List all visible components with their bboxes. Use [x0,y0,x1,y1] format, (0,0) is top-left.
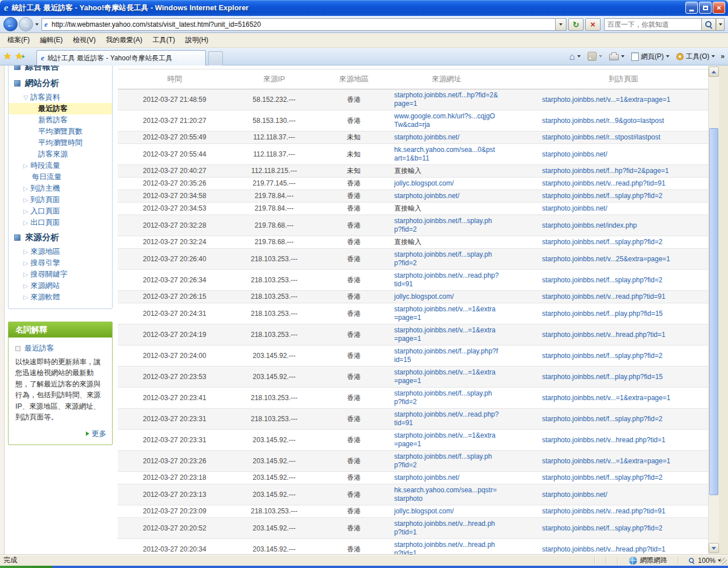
cell-source-url[interactable]: starphoto.joinbbs.net/ [391,131,539,143]
cell-source-url[interactable]: starphoto.joinbbs.net/f...splay.php?fid=… [391,451,539,471]
cell-visited-page[interactable]: starphoto.joinbbs.net/v...read.php?tid=9… [539,505,709,517]
recent-pages-dropdown[interactable] [35,23,39,26]
sidebar-item-來源地區[interactable]: ▷ 來源地區 [9,246,112,257]
scroll-up-button[interactable] [709,67,719,77]
cell-visited-page[interactable]: starphoto.joinbbs.net/f...play.php?fid=1… [539,308,709,320]
scrollbar-thumb[interactable] [709,128,718,495]
address-bar[interactable]: e [42,18,556,31]
cell-visited-page[interactable]: starphoto.joinbbs.net/v...=1&extra=page=… [539,392,709,404]
sidebar-item-搜尋關鍵字[interactable]: ▷ 搜尋關鍵字 [9,269,112,280]
cell-visited-page[interactable]: starphoto.joinbbs.net/v...hread.php?tid=… [539,544,709,555]
cell-visited-page[interactable]: starphoto.joinbbs.net/v...hread.php?tid=… [539,434,709,446]
search-input[interactable] [604,18,701,31]
cell-source-url[interactable]: starphoto.joinbbs.net/v...=1&extra=page=… [391,324,539,345]
cell-source-url[interactable]: starphoto.joinbbs.net/v...=1&extra=page=… [391,367,539,387]
cell-source-url[interactable]: starphoto.joinbbs.net/f...play.php?fid=1… [391,345,539,366]
sidebar-item-訪客來源[interactable]: 訪客來源 [9,149,112,160]
add-favorite-button[interactable]: ★ [15,51,23,62]
cell-visited-page[interactable]: starphoto.joinbbs.net/f...splay.php?fid=… [539,190,709,202]
cell-visited-page[interactable]: starphoto.joinbbs.net/f...play.php?fid=1… [539,371,709,383]
sidebar-item-來源軟體[interactable]: ▷ 來源軟體 [9,291,112,303]
sidebar-item-新舊訪客[interactable]: 新舊訪客 [9,114,112,126]
cell-visited-page[interactable]: starphoto.joinbbs.net/v...read.php?tid=9… [539,178,709,190]
toolbar-overflow-button[interactable]: » [719,52,726,60]
cell-source-url[interactable]: starphoto.joinbbs.net/v...=1&extra=page=… [391,430,539,450]
address-dropdown-button[interactable] [556,18,566,31]
maximize-button[interactable] [699,2,712,14]
close-button[interactable]: × [713,2,725,14]
cell-source-url[interactable]: starphoto.joinbbs.net/ [391,472,539,484]
url-input[interactable] [51,20,553,29]
sidebar-item-平均瀏覽頁數[interactable]: 平均瀏覽頁數 [9,126,112,137]
menu-favorites[interactable]: 我的最愛(A) [101,34,147,47]
resize-grip[interactable] [720,558,727,565]
cell-source-url[interactable]: starphoto.joinbbs.net/f...hp?fid=2&page=… [391,89,539,110]
cell-visited-page[interactable]: starphoto.joinbbs.net/v...=1&extra=page=… [539,94,709,106]
sidebar-item-來源分析[interactable]: 來源分析 [9,230,112,245]
sidebar-item-每日流量[interactable]: 每日流量 [9,171,112,183]
menu-help[interactable]: 說明(H) [180,34,214,47]
cell-visited-page[interactable]: starphoto.joinbbs.net/r...9&goto=lastpos… [539,115,709,127]
sidebar-item-出口頁面[interactable]: ▷ 出口頁面 [9,217,112,228]
cell-source-url[interactable]: www.google.com.hk/url?s...cqjgOTw&cad=rj… [391,110,539,131]
cell-visited-page[interactable]: starphoto.joinbbs.net/f...splay.php?fid=… [539,413,709,425]
sidebar-item-網站分析[interactable]: 網站分析 [9,76,112,90]
menu-tools[interactable]: 工具(T) [147,34,180,47]
feeds-button[interactable] [585,51,605,62]
sidebar-item-平均瀏覽時間[interactable]: 平均瀏覽時間 [9,137,112,149]
back-button[interactable]: ← [3,17,18,31]
sidebar-item-時段流量[interactable]: ▷ 時段流量 [9,160,112,171]
cell-visited-page[interactable]: starphoto.joinbbs.net/ [539,149,709,160]
new-tab-button[interactable] [208,51,223,65]
cell-visited-page[interactable]: starphoto.joinbbs.net/index.php [539,220,709,232]
cell-visited-page[interactable]: starphoto.joinbbs.net/v...=1&extra=page=… [539,455,709,467]
cell-source-url[interactable]: starphoto.joinbbs.net/v...read.php?tid=9… [391,409,539,429]
stop-button[interactable]: × [585,18,601,31]
cell-source-url[interactable]: jollyc.blogspot.com/ [391,291,539,303]
sidebar-item-來源網站[interactable]: ▷ 來源網站 [9,280,112,291]
cell-visited-page[interactable]: starphoto.joinbbs.net/f...splay.php?fid=… [539,472,709,484]
menu-edit[interactable]: 編輯(E) [35,34,68,47]
sidebar-item-入口頁面[interactable]: ▷ 入口頁面 [9,205,112,217]
menu-view[interactable]: 檢視(V) [68,34,101,47]
cell-visited-page[interactable]: starphoto.joinbbs.net/f...splay.php?fid=… [539,236,709,248]
print-button[interactable] [607,51,627,61]
sidebar-item-訪客資料[interactable]: ▽ 訪客資料 [9,92,112,103]
sidebar-item-到訪主機[interactable]: ▷ 到訪主機 [9,183,112,194]
sidebar-item-到訪頁面[interactable]: ▷ 到訪頁面 [9,194,112,205]
cell-visited-page[interactable]: starphoto.joinbbs.net/f...splay.php?fid=… [539,522,709,534]
home-button[interactable]: ⌂ [567,51,583,63]
vertical-scrollbar[interactable] [708,65,719,554]
cell-visited-page[interactable]: starphoto.joinbbs.net/ [539,203,709,215]
sidebar-item-搜尋引擎[interactable]: ▷ 搜尋引擎 [9,257,112,269]
cell-visited-page[interactable]: starphoto.joinbbs.net/v...25&extra=page=… [539,253,709,265]
cell-source-url[interactable]: starphoto.joinbbs.net/v...read.php?tid=9… [391,270,539,290]
cell-visited-page[interactable]: starphoto.joinbbs.net/ [539,489,709,501]
search-options-dropdown[interactable] [716,18,725,31]
forward-button[interactable]: → [19,17,33,31]
more-link[interactable]: 更多 [15,429,106,439]
cell-source-url[interactable]: jollyc.blogspot.com/ [391,505,539,517]
cell-source-url[interactable]: hk.search.yahoo.com/sea...0&pstart=1&b=1… [391,144,539,164]
cell-source-url[interactable]: starphoto.joinbbs.net/ [391,190,539,202]
cell-source-url[interactable]: starphoto.joinbbs.net/v...hread.php?tid=… [391,539,539,554]
cell-source-url[interactable]: starphoto.joinbbs.net/f...splay.php?fid=… [391,215,539,236]
cell-visited-page[interactable]: starphoto.joinbbs.net/r...stpost#lastpos… [539,131,709,143]
cell-source-url[interactable]: hk.search.yahoo.com/sea...pqstr=starphot… [391,484,539,505]
tools-menu-button[interactable]: 工具(O) [674,51,717,63]
cell-visited-page[interactable]: starphoto.joinbbs.net/v...hread.php?tid=… [539,329,709,341]
sidebar-item-綜合報告[interactable]: 綜合報告 [9,65,112,74]
minimize-button[interactable] [685,2,698,14]
tab-current[interactable]: e 統計工具 最近訪客 - Yahoo!奇摩站長工具 [36,50,206,65]
cell-visited-page[interactable]: starphoto.joinbbs.net/f...hp?fid=2&page=… [539,165,709,177]
cell-visited-page[interactable]: starphoto.joinbbs.net/f...splay.php?fid=… [539,350,709,362]
cell-source-url[interactable]: jollyc.blogspot.com/ [391,178,539,190]
cell-source-url[interactable]: starphoto.joinbbs.net/v...hread.php?tid=… [391,518,539,538]
page-menu-button[interactable]: 網頁(P) [629,51,672,63]
search-button[interactable] [701,18,716,31]
sidebar-item-最近訪客[interactable]: 最近訪客 [9,103,112,114]
refresh-button[interactable]: ↻ [568,18,584,31]
menu-file[interactable]: 檔案(F) [2,34,35,47]
glossary-term-link[interactable]: 最近訪客 [24,343,54,353]
cell-source-url[interactable]: starphoto.joinbbs.net/f...splay.php?fid=… [391,249,539,269]
